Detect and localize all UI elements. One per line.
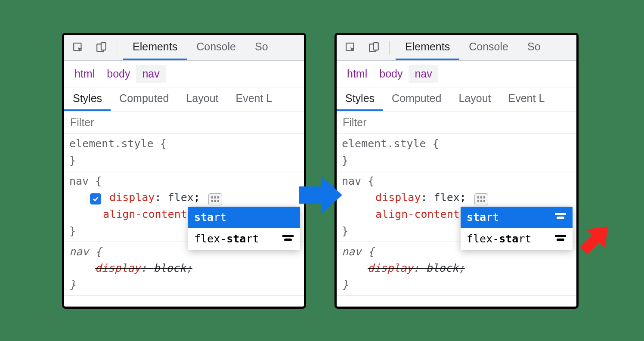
svg-rect-10 — [284, 239, 292, 241]
styles-list: element.style { } nav { display: flex; a… — [337, 134, 576, 296]
nav-rule-close: } — [69, 225, 76, 237]
svg-rect-5 — [217, 196, 219, 198]
toolbar-divider — [389, 41, 390, 55]
crumb-body[interactable]: body — [373, 65, 409, 83]
prop-display-value[interactable]: flex — [434, 191, 460, 204]
inspect-icon[interactable] — [69, 39, 87, 57]
svg-rect-14 — [477, 196, 479, 198]
tab-console[interactable]: Console — [459, 35, 518, 60]
crumb-html[interactable]: html — [341, 65, 373, 83]
svg-rect-22 — [555, 235, 566, 237]
prop-display-overridden-value: block — [426, 262, 458, 274]
autocomplete-popup: start flex-start — [461, 207, 573, 251]
svg-rect-13 — [374, 43, 378, 50]
crumb-nav[interactable]: nav — [409, 65, 438, 83]
subtab-styles[interactable]: Styles — [64, 87, 111, 111]
prop-align-content-name[interactable]: align-content — [103, 208, 187, 220]
svg-rect-18 — [480, 200, 482, 202]
styles-subtabs: Styles Computed Layout Event L — [337, 87, 576, 112]
device-toggle-icon[interactable] — [93, 39, 111, 57]
tab-sources-truncated[interactable]: So — [245, 35, 278, 60]
svg-rect-16 — [483, 196, 485, 198]
subtab-event-truncated[interactable]: Event L — [227, 87, 281, 111]
subtab-computed[interactable]: Computed — [111, 87, 177, 111]
autocomplete-item-flex-start[interactable]: flex-start — [188, 228, 300, 250]
flexbox-editor-icon[interactable] — [474, 193, 488, 205]
devtools-panel-before: Elements Console So html body nav Styles… — [62, 33, 306, 309]
autocomplete-popup: start flex-start — [188, 207, 300, 251]
subtab-computed[interactable]: Computed — [383, 87, 450, 111]
prop-display-overridden-value: block — [153, 262, 186, 274]
filter-box — [337, 112, 576, 134]
svg-rect-7 — [214, 200, 216, 202]
tab-console[interactable]: Console — [187, 35, 245, 60]
inspect-icon[interactable] — [342, 39, 360, 57]
prop-display-value[interactable]: flex — [168, 191, 194, 204]
property-checkbox-icon[interactable] — [90, 193, 101, 205]
prop-display-overridden-name: display — [368, 262, 413, 274]
svg-rect-8 — [217, 200, 219, 202]
nav-ua-selector: nav { — [342, 245, 374, 258]
subtab-event-truncated[interactable]: Event L — [500, 87, 554, 111]
toolbar: Elements Console So — [337, 35, 576, 61]
tab-sources-truncated[interactable]: So — [518, 35, 550, 60]
toolbar: Elements Console So — [64, 35, 304, 61]
crumb-html[interactable]: html — [68, 65, 101, 83]
svg-rect-23 — [557, 239, 564, 241]
prop-display-name[interactable]: display — [375, 191, 421, 204]
crumb-body[interactable]: body — [101, 65, 136, 83]
breadcrumb: html body nav — [337, 61, 576, 87]
align-start-icon — [554, 235, 567, 244]
subtab-styles[interactable]: Styles — [337, 87, 383, 111]
nav-ua-rule-close: } — [342, 279, 348, 291]
nav-rule[interactable]: nav { display: flex; align-content: star… — [337, 171, 576, 242]
tab-elements[interactable]: Elements — [123, 35, 187, 60]
svg-rect-19 — [483, 200, 485, 202]
autocomplete-item-start[interactable]: start — [188, 207, 300, 229]
svg-rect-20 — [555, 213, 566, 215]
device-toggle-icon[interactable] — [365, 39, 383, 57]
align-start-icon — [282, 235, 294, 244]
svg-rect-21 — [557, 217, 564, 219]
element-style-selector: element.style { — [342, 137, 439, 150]
transition-arrow-icon — [297, 171, 344, 220]
flexbox-editor-icon[interactable] — [208, 193, 222, 205]
element-style-selector: element.style { — [69, 137, 167, 150]
autocomplete-item-flex-start[interactable]: flex-start — [461, 228, 573, 250]
nav-selector: nav { — [342, 175, 374, 187]
styles-list: element.style { } nav { display: flex; a… — [64, 134, 304, 296]
tab-elements[interactable]: Elements — [396, 35, 459, 60]
element-style-rule[interactable]: element.style { } — [337, 134, 576, 171]
filter-box — [64, 112, 304, 134]
nav-rule-close: } — [342, 225, 348, 237]
prop-display-name[interactable]: display — [109, 191, 155, 204]
styles-subtabs: Styles Computed Layout Event L — [64, 87, 304, 112]
svg-rect-15 — [480, 196, 482, 198]
element-style-rule[interactable]: element.style { } — [64, 134, 304, 171]
filter-input[interactable] — [70, 116, 304, 129]
svg-rect-9 — [282, 235, 294, 237]
svg-rect-2 — [101, 43, 106, 50]
align-start-icon — [554, 213, 567, 222]
toolbar-divider — [117, 41, 117, 55]
subtab-layout[interactable]: Layout — [450, 87, 499, 111]
nav-ua-selector: nav { — [69, 245, 102, 258]
filter-input[interactable] — [343, 116, 576, 129]
element-style-close: } — [342, 154, 348, 167]
prop-align-content-name[interactable]: align-content — [375, 208, 460, 220]
breadcrumb: html body nav — [64, 61, 304, 87]
svg-rect-4 — [214, 196, 216, 198]
prop-display-overridden-name: display — [95, 262, 140, 274]
devtools-panel-after: Elements Console So html body nav Styles… — [334, 33, 579, 309]
svg-rect-6 — [211, 200, 213, 202]
nav-selector: nav { — [69, 175, 102, 187]
svg-rect-3 — [211, 196, 213, 198]
svg-rect-17 — [477, 200, 479, 202]
autocomplete-item-start[interactable]: start — [461, 207, 573, 229]
nav-rule[interactable]: nav { display: flex; align-content: star… — [64, 171, 304, 242]
crumb-nav[interactable]: nav — [136, 65, 165, 83]
subtab-layout[interactable]: Layout — [177, 87, 227, 111]
nav-ua-rule-close: } — [69, 279, 76, 291]
callout-arrow-icon — [574, 217, 617, 262]
element-style-close: } — [69, 154, 76, 167]
